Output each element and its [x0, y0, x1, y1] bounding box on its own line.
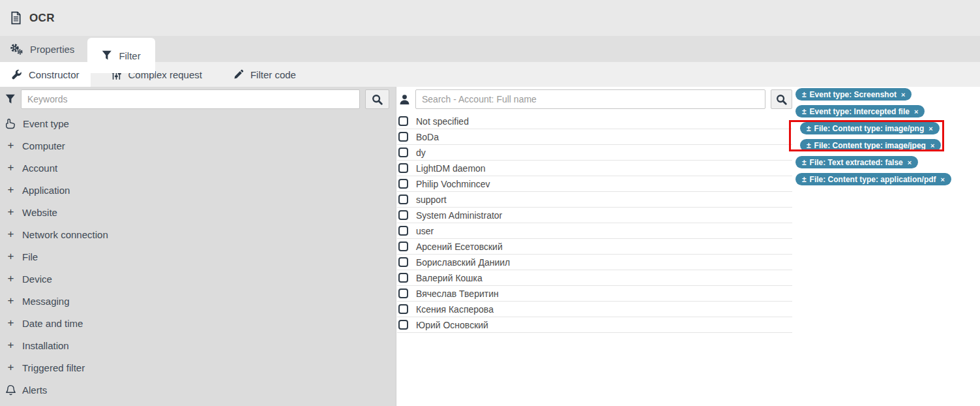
account-name: support — [416, 195, 447, 205]
sidebar-item-label: Triggered filter — [22, 362, 85, 373]
remove-tag-icon[interactable]: × — [914, 108, 918, 116]
account-name: Арсений Есетовский — [416, 242, 503, 252]
account-row-lightdm-daemon[interactable]: LightDM daemon — [397, 161, 792, 176]
keywords-search-button[interactable] — [365, 89, 389, 109]
account-checkbox[interactable] — [398, 242, 408, 251]
filter-tag-file-content-type-application-pdf[interactable]: ±File: Content type: application/pdf× — [795, 173, 951, 185]
sidebar-item-date-and-time[interactable]: +Date and time — [0, 312, 396, 334]
sidebar-item-label: Messaging — [22, 296, 70, 307]
toggle-tag-icon[interactable]: ± — [802, 158, 807, 167]
main-tabs: PropertiesFilter — [0, 36, 980, 62]
account-checkbox[interactable] — [398, 179, 408, 189]
remove-tag-icon[interactable]: × — [928, 125, 932, 133]
account-checkbox[interactable] — [398, 226, 408, 236]
plus-icon: + — [5, 317, 16, 330]
sidebar-item-installation[interactable]: +Installation — [0, 334, 396, 356]
tab-filter[interactable]: Filter — [87, 38, 155, 73]
plus-icon: + — [5, 183, 16, 196]
filter-tag-file-text-extracted-false[interactable]: ±File: Text extracted: false× — [795, 156, 918, 168]
account-checkbox[interactable] — [398, 132, 408, 142]
subtab-constructor[interactable]: Constructor — [0, 62, 91, 87]
account-row-support[interactable]: support — [397, 192, 792, 208]
person-icon — [399, 94, 410, 105]
account-row-ксения-касперова[interactable]: Ксения Касперова — [397, 302, 792, 317]
tab-label: Properties — [30, 44, 74, 55]
sidebar-item-messaging[interactable]: +Messaging — [0, 290, 396, 312]
account-checkbox[interactable] — [398, 289, 408, 298]
remove-tag-icon[interactable]: × — [941, 176, 945, 183]
account-search-input[interactable] — [415, 89, 765, 109]
account-checkbox[interactable] — [398, 148, 408, 157]
bell-icon — [5, 384, 16, 396]
sidebar-item-computer[interactable]: +Computer — [0, 134, 396, 157]
account-checkbox[interactable] — [398, 257, 408, 267]
toggle-tag-icon[interactable]: ± — [807, 124, 811, 133]
remove-tag-icon[interactable]: × — [930, 142, 934, 149]
sidebar-item-label: Application — [22, 185, 70, 196]
account-checkbox[interactable] — [398, 210, 408, 220]
account-row-бориславский-даниил[interactable]: Бориславский Даниил — [397, 255, 792, 270]
account-row-not-specified[interactable]: Not specified — [397, 114, 792, 129]
toggle-tag-icon[interactable]: ± — [802, 90, 807, 99]
toggle-tag-icon[interactable]: ± — [802, 107, 807, 116]
account-row-вячеслав-тверитин[interactable]: Вячеслав Тверитин — [397, 286, 792, 302]
sidebar-item-triggered-filter[interactable]: +Triggered filter — [0, 356, 396, 379]
filter-tag-event-type-intercepted-file[interactable]: ±Event type: Intercepted file× — [795, 105, 925, 117]
account-checkbox[interactable] — [398, 304, 408, 314]
account-row-арсений-есетовский[interactable]: Арсений Есетовский — [397, 239, 792, 255]
ocr-app-window: OCR PropertiesFilter ConstructorComplex … — [0, 0, 980, 406]
sidebar-item-file[interactable]: +File — [0, 245, 396, 268]
sidebar-item-network-connection[interactable]: +Network connection — [0, 223, 396, 245]
account-row-валерий-кошка[interactable]: Валерий Кошка — [397, 270, 792, 286]
account-list: Not specifiedBoDadyLightDM daemonPhilip … — [397, 114, 792, 333]
subtab-filter-code[interactable]: Filter code — [222, 62, 307, 87]
toggle-tag-icon[interactable]: ± — [807, 141, 811, 150]
account-name: Юрий Основский — [416, 320, 488, 330]
filter-tag-event-type-screenshot[interactable]: ±Event type: Screenshot× — [795, 88, 912, 101]
account-checkbox[interactable] — [398, 195, 408, 204]
plus-icon: + — [5, 272, 16, 285]
account-search-button[interactable] — [771, 89, 792, 109]
account-row-boda[interactable]: BoDa — [397, 129, 792, 145]
account-checkbox[interactable] — [398, 116, 408, 126]
account-name: Philip Vochmincev — [416, 179, 490, 189]
filter-tag-label: File: Content type: image/jpeg — [814, 141, 926, 150]
account-panel: Not specifiedBoDadyLightDM daemonPhilip … — [397, 87, 792, 406]
account-name: Валерий Кошка — [416, 273, 483, 283]
account-row-system-administrator[interactable]: System Administrator — [397, 208, 792, 223]
keywords-search-row — [0, 87, 396, 109]
sidebar-item-website[interactable]: +Website — [0, 201, 396, 223]
tab-properties[interactable]: Properties — [0, 36, 87, 62]
account-name: BoDa — [416, 132, 439, 142]
account-search-row — [397, 87, 792, 109]
filter-tag-label: Event type: Intercepted file — [810, 107, 910, 116]
pencil-icon — [233, 69, 244, 80]
active-filter-tags: ±Event type: Screenshot×±Event type: Int… — [795, 88, 978, 190]
filter-category-list: Event type+Computer+Account+Application+… — [0, 112, 396, 401]
sidebar-item-alerts[interactable]: Alerts — [0, 379, 396, 401]
sidebar-item-device[interactable]: +Device — [0, 268, 396, 290]
account-row-user[interactable]: user — [397, 223, 792, 239]
keywords-input[interactable] — [21, 89, 360, 109]
plus-icon: + — [5, 228, 16, 241]
sidebar-item-label: Event type — [23, 118, 69, 129]
filter-tag-file-content-type-image-jpeg[interactable]: ±File: Content type: image/jpeg× — [800, 139, 941, 151]
account-row-philip-vochmincev[interactable]: Philip Vochmincev — [397, 176, 792, 192]
remove-tag-icon[interactable]: × — [901, 91, 905, 99]
page-title: OCR — [29, 12, 55, 25]
account-row-юрий-основский[interactable]: Юрий Основский — [397, 317, 792, 333]
sidebar-item-label: Installation — [22, 340, 69, 351]
funnel-icon — [102, 50, 112, 61]
remove-tag-icon[interactable]: × — [908, 159, 912, 166]
sidebar-item-application[interactable]: +Application — [0, 179, 396, 201]
account-checkbox[interactable] — [398, 163, 408, 173]
account-row-dy[interactable]: dy — [397, 145, 792, 161]
account-checkbox[interactable] — [398, 320, 408, 330]
toggle-tag-icon[interactable]: ± — [802, 175, 807, 184]
sidebar-item-event-type[interactable]: Event type — [0, 112, 396, 134]
filter-tag-file-content-type-image-png[interactable]: ±File: Content type: image/png× — [800, 122, 940, 134]
account-checkbox[interactable] — [398, 273, 408, 283]
sidebar-item-account[interactable]: +Account — [0, 157, 396, 179]
filter-tag-label: File: Content type: image/png — [814, 124, 925, 133]
magnifier-icon — [776, 94, 787, 105]
